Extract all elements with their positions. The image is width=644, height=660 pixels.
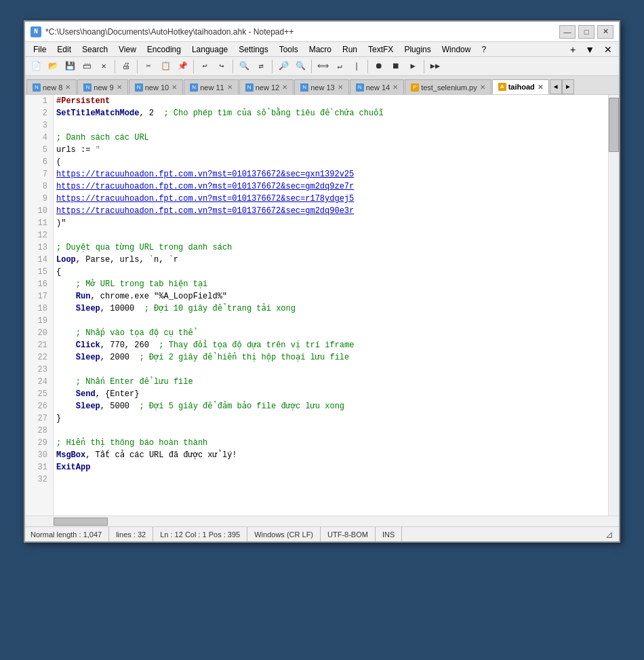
zoom-in-button[interactable]: 🔎 [275,58,291,75]
menu-search[interactable]: Search [77,43,113,56]
code-line[interactable] [56,229,605,241]
menu-macro[interactable]: Macro [304,43,337,56]
open-button[interactable]: 📂 [45,58,61,75]
code-line[interactable]: MsgBox, Tất cả các URL đã được xử lý! [56,449,605,461]
indent-guide-button[interactable]: | [348,58,365,75]
sync-scroll-button[interactable]: ⟺ [315,58,331,75]
tab-close-taihoad[interactable]: ✕ [538,83,543,91]
menu-help[interactable]: ? [476,43,491,56]
menu-encoding[interactable]: Encoding [142,43,186,56]
paste-button[interactable]: 📌 [174,58,190,75]
tab-close-new9[interactable]: ✕ [117,83,122,91]
menu-file[interactable]: File [28,43,52,56]
tab-close-new13[interactable]: ✕ [338,83,343,91]
tab-close-new12[interactable]: ✕ [282,83,287,91]
code-line[interactable]: { [56,266,605,278]
menu-view[interactable]: View [113,43,142,56]
tab-selenium[interactable]: P test_selenium.py ✕ [405,79,491,94]
menu-window[interactable]: Window [437,43,477,56]
code-line[interactable]: ; Nhấp vào tọa độ cụ thể [56,327,605,339]
undo-button[interactable]: ↩ [197,58,213,75]
code-line[interactable]: Click, 770, 260 ; Thay đổi tọa độ dựa tr… [56,339,605,351]
scroll-thumb[interactable] [609,98,619,152]
save-button[interactable]: 💾 [62,58,78,75]
code-line[interactable]: Sleep, 10000 ; Đợi 10 giây để trang tải … [56,303,605,315]
status-line-ending[interactable]: Windows (CR LF) [247,527,321,541]
menu-settings[interactable]: Settings [233,43,273,56]
code-content[interactable]: #PersistentSetTitleMatchMode, 2 ; Cho ph… [54,95,608,516]
redo-button[interactable]: ↪ [214,58,230,75]
new-button[interactable]: 📄 [28,58,44,75]
code-line[interactable]: ; Duyệt qua từng URL trong danh sách [56,241,605,254]
tab-dropdown-button[interactable]: ▼ [581,44,599,55]
code-line[interactable]: ; Nhấn Enter để lưu file [56,376,605,388]
menu-edit[interactable]: Edit [52,43,77,56]
code-line[interactable] [56,473,605,486]
code-line[interactable]: Sleep, 5000 ; Đợi 5 giây để đảm bảo file… [56,400,605,412]
tab-close-new10[interactable]: ✕ [172,83,177,91]
code-line[interactable]: https://tracuuhoadon.fpt.com.vn?mst=0101… [56,180,605,193]
code-line[interactable] [56,119,605,132]
wordwrap-button[interactable]: ↵ [331,58,348,75]
code-line[interactable]: https://tracuuhoadon.fpt.com.vn?mst=0101… [56,168,605,180]
code-line[interactable]: Loop, Parse, urls, `n, `r [56,254,605,266]
cut-button[interactable]: ✂ [140,58,157,75]
code-line[interactable]: ; Danh sách các URL [56,132,605,144]
scrollbar-vertical[interactable] [608,95,619,516]
macro-play-button[interactable]: ▶ [405,58,421,75]
new-tab-button[interactable]: + [566,44,580,55]
code-line[interactable]: SetTitleMatchMode, 2 ; Cho phép tìm của … [56,107,605,119]
run-button[interactable]: ▶▶ [427,58,443,75]
code-line[interactable]: )" [56,217,605,229]
minimize-button[interactable]: — [559,25,576,39]
code-line[interactable]: urls := " [56,144,605,156]
tab-close-new11[interactable]: ✕ [227,83,233,91]
code-line[interactable]: https://tracuuhoadon.fpt.com.vn?mst=0101… [56,193,605,205]
tab-close-selenium[interactable]: ✕ [480,83,485,91]
status-encoding[interactable]: UTF-8-BOM [321,527,376,541]
code-line[interactable]: ExitApp [56,461,605,473]
scrollbar-horizontal[interactable] [25,516,619,526]
menu-tools[interactable]: Tools [274,43,304,56]
macro-stop-button[interactable]: ⏹ [388,58,404,75]
save-all-button[interactable]: 🗃 [79,58,95,75]
menu-textfx[interactable]: TextFX [363,43,399,56]
resize-handle[interactable]: ⊿ [605,529,613,540]
code-line[interactable] [56,364,605,376]
close-all-button[interactable]: ✕ [600,44,616,55]
h-scroll-thumb[interactable] [54,518,108,526]
code-line[interactable]: } [56,412,605,425]
code-line[interactable]: ( [56,156,605,168]
tabs-next-button[interactable]: ► [562,79,574,94]
tab-close-new8[interactable]: ✕ [65,83,71,91]
tab-new14[interactable]: N new 14 ✕ [350,79,404,94]
close-button[interactable]: ✕ [597,25,613,39]
code-line[interactable]: Run, chrome.exe "%A_LoopField%" [56,290,605,303]
zoom-out-button[interactable]: 🔍 [292,58,308,75]
tab-new10[interactable]: N new 10 ✕ [129,79,183,94]
tab-new12[interactable]: N new 12 ✕ [239,79,294,94]
close-button-tb[interactable]: ✕ [96,58,112,75]
print-button[interactable]: 🖨 [118,58,134,75]
tab-close-new14[interactable]: ✕ [393,83,398,91]
code-line[interactable]: Send, {Enter} [56,388,605,400]
code-line[interactable]: https://tracuuhoadon.fpt.com.vn?mst=0101… [56,205,605,217]
macro-record-button[interactable]: ⏺ [371,58,387,75]
tab-new9[interactable]: N new 9 ✕ [77,79,127,94]
menu-language[interactable]: Language [186,43,233,56]
tab-taihoad[interactable]: A taihoad ✕ [492,79,549,94]
menu-plugins[interactable]: Plugins [399,43,436,56]
code-line[interactable]: ; Mở URL trong tab hiện tại [56,278,605,290]
code-line[interactable] [56,315,605,327]
maximize-button[interactable]: □ [578,25,595,39]
find-button[interactable]: 🔍 [236,58,252,75]
code-line[interactable]: #Persistent [56,95,605,107]
code-line[interactable]: ; Hiển thị thông báo hoàn thành [56,437,605,449]
tabs-prev-button[interactable]: ◄ [550,79,562,94]
code-line[interactable] [56,425,605,437]
tab-new11[interactable]: N new 11 ✕ [184,79,238,94]
menu-run[interactable]: Run [337,43,363,56]
replace-button[interactable]: ⇄ [253,58,269,75]
tab-new8[interactable]: N new 8 ✕ [26,79,77,94]
code-line[interactable]: Sleep, 2000 ; Đợi 2 giây để hiển thị hộp… [56,351,605,364]
